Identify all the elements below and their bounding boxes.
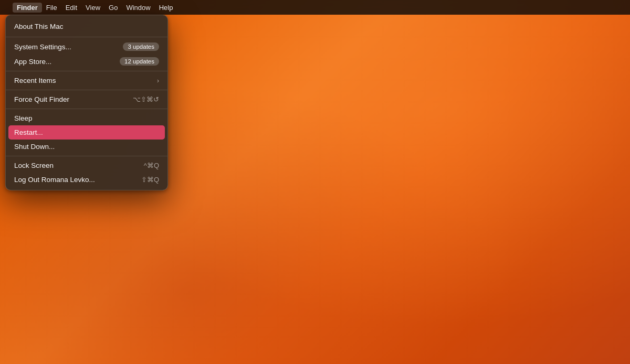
shut-down-label: Shut Down... <box>14 143 55 151</box>
menu-item-app-store[interactable]: App Store... 12 updates <box>6 54 167 69</box>
lock-screen-label: Lock Screen <box>14 162 54 169</box>
menu-item-force-quit[interactable]: Force Quit Finder ⌥⇧⌘↺ <box>6 92 167 106</box>
divider-4 <box>6 109 167 109</box>
force-quit-label: Force Quit Finder <box>14 95 69 103</box>
menubar: Finder File Edit View Go Window Help <box>0 0 630 15</box>
sleep-label: Sleep <box>14 114 33 122</box>
menu-item-shut-down[interactable]: Shut Down... <box>6 140 167 154</box>
divider-5 <box>6 156 167 156</box>
apple-dropdown-menu: About This Mac System Settings... 3 upda… <box>5 15 168 190</box>
menubar-go[interactable]: Go <box>104 3 122 13</box>
log-out-shortcut: ⇧⌘Q <box>141 176 159 184</box>
menu-item-sleep[interactable]: Sleep <box>6 111 167 125</box>
menu-item-recent-items[interactable]: Recent Items › <box>6 73 167 88</box>
chevron-right-icon: › <box>157 77 159 84</box>
app-store-badge: 12 updates <box>120 57 159 66</box>
menubar-file[interactable]: File <box>42 3 61 13</box>
lock-screen-shortcut: ^⌘Q <box>144 162 159 169</box>
divider-2 <box>6 71 167 71</box>
app-store-label: App Store... <box>14 58 51 66</box>
force-quit-shortcut: ⌥⇧⌘↺ <box>133 95 159 103</box>
about-label: About This Mac <box>14 23 64 30</box>
restart-label: Restart... <box>14 129 43 136</box>
menubar-view[interactable]: View <box>81 3 104 13</box>
menu-item-lock-screen[interactable]: Lock Screen ^⌘Q <box>6 158 167 173</box>
menubar-help[interactable]: Help <box>155 3 177 13</box>
menubar-finder[interactable]: Finder <box>13 3 42 13</box>
recent-items-label: Recent Items <box>14 77 56 84</box>
menu-item-system-settings[interactable]: System Settings... 3 updates <box>6 39 167 54</box>
divider-3 <box>6 90 167 90</box>
menu-item-about[interactable]: About This Mac <box>6 18 167 35</box>
system-settings-label: System Settings... <box>14 43 71 51</box>
divider-1 <box>6 37 167 37</box>
log-out-label: Log Out Romana Levko... <box>14 176 95 184</box>
menubar-edit[interactable]: Edit <box>61 3 81 13</box>
menu-item-restart[interactable]: Restart... <box>8 125 165 140</box>
system-settings-badge: 3 updates <box>123 42 159 51</box>
menubar-window[interactable]: Window <box>122 3 154 13</box>
menu-item-log-out[interactable]: Log Out Romana Levko... ⇧⌘Q <box>6 173 167 187</box>
